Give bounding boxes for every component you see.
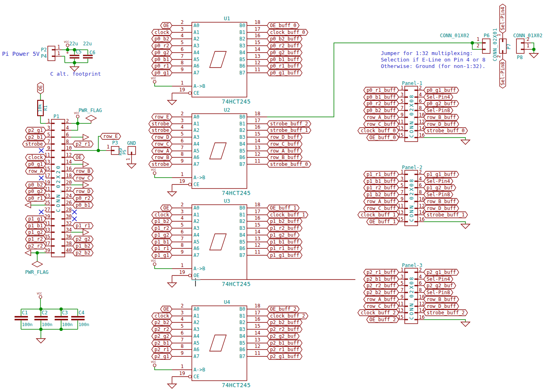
net-label-text: p2_g1_buff [270, 354, 299, 359]
pin-name: A0 [193, 23, 199, 28]
empty-label-arrow[interactable] [83, 134, 89, 140]
pin-number: 25 [45, 200, 50, 206]
net-label-text: strobe_buff_0 [270, 161, 308, 167]
net-label-text: Sel-Pin8 [427, 192, 450, 197]
pin-number: 4 [181, 124, 183, 130]
pin-number: 6 [181, 229, 183, 235]
net-label-text: p1_r1_buff [270, 246, 299, 251]
net-label-text: row_A_buff [270, 148, 299, 154]
gnd-symbol[interactable] [36, 339, 45, 343]
connector-P6[interactable] [482, 39, 490, 53]
note-c-alt-footprint[interactable]: C alt. footprint [50, 71, 101, 77]
pin-number: 22 [66, 186, 72, 192]
pin-name: B7 [240, 354, 245, 359]
no-connect-x [72, 217, 77, 221]
ic-part-number: 74HCT245 [222, 281, 251, 287]
pwr-flag-symbol[interactable] [32, 261, 42, 267]
no-connect-x [39, 176, 44, 180]
pin-number: 19 [179, 87, 185, 93]
vcc-symbol[interactable] [153, 172, 156, 175]
vcc-symbol[interactable] [153, 81, 156, 83]
ic-part-number: 74HCT245 [222, 382, 251, 388]
note-jumper-line-3[interactable]: Otherwise: Ground (for non-1:32). [381, 63, 485, 70]
gnd-symbol[interactable] [529, 53, 538, 58]
pin-name: B4 [240, 333, 245, 339]
connector-value: CONN_02X08 [408, 94, 414, 138]
pin-number: 14 [255, 47, 260, 52]
ic-part-number: 74HCT245 [222, 98, 251, 105]
net-label-text: clock [155, 30, 170, 35]
empty-label-arrow[interactable] [83, 229, 89, 235]
wire[interactable] [424, 222, 465, 224]
gnd-symbol[interactable] [127, 164, 136, 168]
net-label-text: p1_b2 [76, 243, 90, 249]
wire[interactable] [155, 175, 172, 178]
wire[interactable] [424, 320, 465, 322]
cap-ref: C6 [89, 50, 95, 55]
gnd-symbol[interactable] [168, 100, 176, 105]
connector-P8[interactable] [516, 39, 524, 53]
gnd-symbol[interactable] [168, 283, 176, 287]
pin-number: 8 [181, 60, 183, 66]
net-label-text: clock [155, 212, 170, 218]
net-label-text: p0_g2_buff [270, 50, 299, 55]
pin-name: A->B [193, 83, 205, 89]
cap-polarity-plus: + [66, 50, 69, 55]
gnd-symbol[interactable] [461, 322, 470, 326]
pin-number: 3 [181, 209, 183, 214]
net-label-text: p2_b2 [155, 320, 169, 325]
net-label-text: p2_r2_buff [367, 283, 396, 288]
pin-number: 9 [47, 145, 50, 151]
vcc-symbol[interactable] [153, 263, 156, 266]
highlight-artifact [191, 280, 200, 281]
pwr-flag-label: PWR_FLAG [25, 269, 49, 275]
wire[interactable] [155, 367, 172, 370]
vcc-symbol[interactable] [153, 364, 156, 367]
pin-name: A1 [193, 212, 199, 218]
pwr-flag-symbol[interactable] [86, 115, 96, 121]
empty-label-arrow[interactable] [25, 202, 31, 208]
pin-number: 16 [419, 132, 425, 138]
note-jumper-line-2[interactable]: Selection if E-Line on Pin 4 or 8 [381, 57, 485, 63]
pin-number: 4 [66, 125, 69, 131]
net-label-text: p0_b1 [76, 202, 90, 208]
gnd-symbol[interactable] [461, 224, 470, 229]
vcc-symbol[interactable] [66, 44, 69, 47]
connector-P2-P4[interactable] [48, 46, 55, 61]
wire[interactable] [98, 136, 100, 150]
net-label-text: p2_r1 [155, 347, 169, 352]
net-label-text: p2_b1_buff [270, 340, 299, 346]
empty-label-arrow[interactable] [25, 250, 31, 256]
pin-number: 7 [401, 287, 404, 293]
pin-number: 1 [181, 263, 183, 268]
pin-number: 15 [255, 323, 260, 329]
vcc-symbol-label: VCC [151, 259, 156, 263]
pin-number: 7 [401, 105, 404, 111]
pin-number: 2 [419, 267, 422, 273]
pin-number: 12 [255, 242, 260, 248]
empty-label-arrow[interactable] [83, 182, 89, 188]
vcc-symbol[interactable] [39, 296, 42, 299]
pin-number: 1 [476, 36, 479, 42]
gnd-symbol[interactable] [168, 192, 176, 196]
net-label-text: row_B [76, 168, 90, 174]
net-label-text: row_B [155, 155, 169, 160]
wire[interactable] [424, 138, 465, 140]
gnd-symbol[interactable] [461, 140, 470, 144]
note-pi-power[interactable]: Pi Power 5V [2, 51, 40, 57]
cap-value: 100n [22, 322, 33, 327]
gnd-symbol[interactable] [168, 384, 176, 388]
net-label-text: p0_b2 [28, 182, 43, 188]
note-jumper-line-1[interactable]: Jumper for 1:32 multiplexing: [381, 50, 473, 57]
wire[interactable] [155, 266, 172, 269]
empty-label-arrow[interactable] [83, 161, 89, 167]
wire[interactable] [155, 83, 172, 86]
net-label-text: row_B_buff [270, 155, 299, 160]
vcc-symbol[interactable] [76, 115, 79, 118]
pin-name: A5 [193, 57, 199, 62]
pin-name: A->B [193, 266, 205, 271]
pin-number: 15 [255, 222, 260, 228]
pin-name: A4 [193, 141, 199, 147]
cap-ref: C1 [22, 310, 28, 316]
pin-number: 9 [181, 158, 183, 164]
